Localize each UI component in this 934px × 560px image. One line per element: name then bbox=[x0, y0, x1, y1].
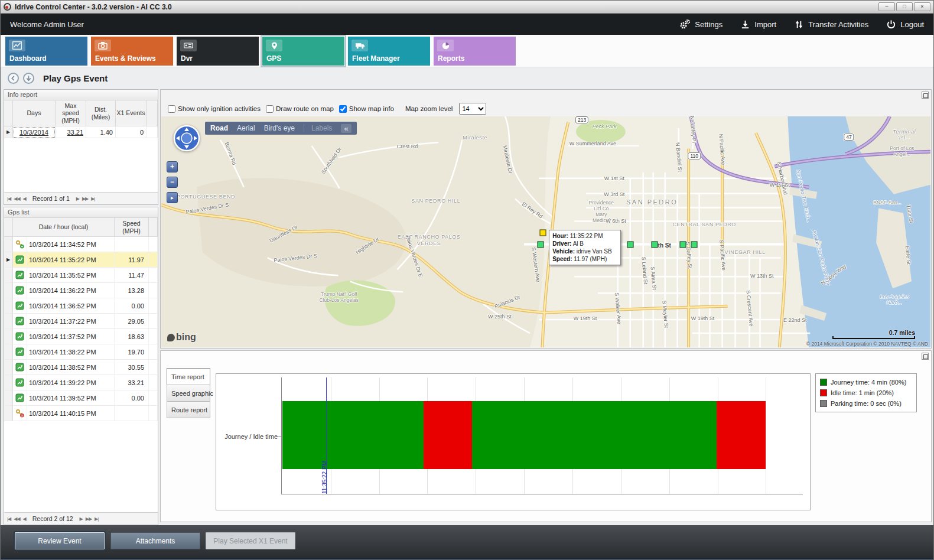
map-view-road[interactable]: Road bbox=[210, 124, 228, 132]
gps-table-body: ▶ 10/3/2014 11:34:52 PM ▶ bbox=[4, 237, 158, 421]
gps-row[interactable]: ▶ 10/3/2014 11:38:52 PM 30.55 bbox=[4, 360, 158, 375]
tab-time-report[interactable]: Time report bbox=[167, 368, 210, 385]
module-tabs: Dashboard Events & Reviews Dvr GPS Fleet… bbox=[1, 35, 933, 67]
checkbox-show-ignition[interactable]: Show only ignition activities bbox=[168, 105, 261, 113]
map-pin-icon bbox=[266, 40, 282, 51]
map-scale-bar: 0.7 miles bbox=[832, 329, 915, 339]
gps-marker[interactable] bbox=[537, 241, 544, 248]
gps-datetime: 10/3/2014 11:36:52 PM bbox=[27, 298, 115, 314]
tab-dashboard[interactable]: Dashboard bbox=[5, 37, 87, 66]
minimize-button[interactable]: – bbox=[878, 2, 895, 11]
tab-reports[interactable]: Reports bbox=[434, 37, 516, 66]
draw-route-checkbox[interactable] bbox=[266, 105, 274, 113]
gps-marker[interactable] bbox=[651, 241, 658, 248]
gps-datetime: 10/3/2014 11:35:52 PM bbox=[27, 268, 115, 283]
checkbox-draw-route[interactable]: Draw route on map bbox=[266, 105, 334, 113]
import-button[interactable]: Import bbox=[740, 19, 776, 30]
logout-button[interactable]: Logout bbox=[886, 19, 924, 30]
column-header-speed[interactable]: Speed (MPH) bbox=[115, 218, 149, 237]
gps-table-header: Date / hour (local) Speed (MPH) bbox=[4, 218, 158, 237]
gps-marker[interactable] bbox=[679, 241, 686, 248]
gps-datetime: 10/3/2014 11:39:52 PM bbox=[27, 390, 115, 406]
legend-swatch bbox=[820, 379, 827, 386]
gps-marker[interactable] bbox=[539, 230, 546, 236]
gps-row[interactable]: ▶ 10/3/2014 11:39:22 PM 33.21 bbox=[4, 375, 158, 390]
checkbox-show-map-info[interactable]: Show map info bbox=[339, 105, 394, 113]
column-header-max-speed[interactable]: Max speed (MPH) bbox=[56, 100, 86, 126]
column-header-datetime[interactable]: Date / hour (local) bbox=[13, 218, 115, 237]
gps-speed: 11.47 bbox=[115, 268, 149, 283]
play-selected-x1-event-button[interactable]: Play Selected X1 Event bbox=[206, 532, 295, 549]
tab-gps[interactable]: GPS bbox=[262, 37, 344, 66]
close-button[interactable]: × bbox=[914, 2, 930, 11]
last-record-button[interactable]: ▶| bbox=[91, 196, 95, 201]
pan-right-button[interactable] bbox=[167, 192, 178, 203]
map-tooltip: Hour: 11:35:22 PM Driver: Al B Vehicle: … bbox=[549, 230, 621, 265]
gps-row[interactable]: ▶ 10/3/2014 11:38:22 PM 19.70 bbox=[4, 344, 158, 360]
column-header-x1-events[interactable]: X1 Events bbox=[116, 100, 147, 126]
chart-row-label: Journey / Idle time bbox=[217, 433, 278, 440]
prev-record-button[interactable]: ◀ bbox=[23, 516, 26, 522]
gps-row[interactable]: ▶ 10/3/2014 11:35:52 PM 11.47 bbox=[4, 268, 158, 283]
first-record-button[interactable]: |◀ bbox=[7, 196, 11, 201]
current-row-indicator: ▶ bbox=[4, 126, 13, 138]
transfer-activities-button[interactable]: Transfer Activities bbox=[794, 19, 868, 30]
map-compass-control[interactable] bbox=[173, 125, 200, 152]
gps-marker[interactable] bbox=[627, 241, 634, 248]
zoom-in-button[interactable] bbox=[167, 161, 178, 172]
maximize-button[interactable]: □ bbox=[896, 2, 913, 11]
tab-events-reviews[interactable]: Events & Reviews bbox=[91, 37, 173, 66]
footer-bar: Review Event Attachments Play Selected X… bbox=[1, 525, 933, 558]
first-record-button[interactable]: |◀ bbox=[7, 516, 11, 522]
gears-icon bbox=[679, 19, 691, 30]
zoom-out-button[interactable] bbox=[167, 177, 178, 188]
next-page-button[interactable]: ▶▶ bbox=[82, 196, 88, 201]
gps-marker[interactable] bbox=[691, 241, 698, 248]
column-header-days[interactable]: Days bbox=[13, 100, 56, 126]
info-table-row[interactable]: ▶ 10/3/2014 33.21 1.40 0 bbox=[4, 126, 158, 138]
truck-icon bbox=[352, 40, 368, 51]
tab-dvr[interactable]: Dvr bbox=[177, 37, 259, 66]
next-record-button[interactable]: ▶ bbox=[80, 516, 83, 522]
back-button[interactable] bbox=[8, 73, 19, 84]
last-record-button[interactable]: ▶| bbox=[95, 516, 98, 522]
map-view-birds-eye[interactable]: Bird's eye bbox=[264, 124, 295, 132]
bing-b-icon bbox=[167, 334, 175, 341]
column-header-dist[interactable]: Dist. (Miles) bbox=[86, 100, 116, 126]
review-event-button[interactable]: Review Event bbox=[15, 532, 105, 549]
gps-row[interactable]: ▶ 10/3/2014 11:36:22 PM 13.28 bbox=[4, 283, 158, 298]
tab-fleet-manager[interactable]: Fleet Manager bbox=[348, 37, 430, 66]
show-ignition-checkbox[interactable] bbox=[168, 105, 175, 113]
toolbar-collapse-button[interactable]: « bbox=[341, 124, 351, 133]
tab-route-report[interactable]: Route report bbox=[167, 401, 210, 418]
collapse-panel-button[interactable] bbox=[922, 92, 929, 99]
tab-speed-graphic[interactable]: Speed graphic bbox=[167, 385, 210, 402]
settings-button[interactable]: Settings bbox=[679, 19, 723, 30]
prev-page-button[interactable]: ◀◀ bbox=[14, 196, 19, 201]
prev-record-button[interactable]: ◀ bbox=[23, 196, 26, 201]
attachments-button[interactable]: Attachments bbox=[110, 532, 200, 549]
show-map-info-checkbox[interactable] bbox=[339, 105, 347, 113]
map-copyright: © 2014 Microsoft Corporation © 2010 NAVT… bbox=[806, 341, 928, 347]
gps-row[interactable]: ▶ 10/3/2014 11:35:22 PM 11.97 bbox=[4, 252, 158, 268]
map-canvas[interactable]: MiralestePeck ParkW Summerland AveCrest … bbox=[161, 116, 930, 347]
next-record-button[interactable]: ▶ bbox=[76, 196, 79, 201]
map-view-labels[interactable]: Labels bbox=[304, 124, 332, 132]
down-button[interactable] bbox=[23, 73, 34, 84]
route-shield: 213 bbox=[575, 116, 588, 123]
collapse-panel-button[interactable] bbox=[922, 353, 929, 360]
days-value[interactable]: 10/3/2014 bbox=[13, 126, 56, 138]
gps-row[interactable]: ▶ 10/3/2014 11:37:52 PM 18.63 bbox=[4, 329, 158, 344]
gps-row[interactable]: ▶ 10/3/2014 11:34:52 PM bbox=[4, 237, 158, 252]
gps-row[interactable]: ▶ 10/3/2014 11:36:52 PM 0.00 bbox=[4, 298, 158, 314]
max-speed-value[interactable]: 33.21 bbox=[56, 126, 86, 138]
gps-row[interactable]: ▶ 10/3/2014 11:37:22 PM 29.05 bbox=[4, 314, 158, 329]
gps-row[interactable]: ▶ 10/3/2014 11:40:15 PM bbox=[4, 406, 158, 421]
map-zoom-select[interactable]: 14 bbox=[459, 103, 486, 115]
gps-record-navigator: |◀ ◀◀ ◀ Record 2 of 12 ▶ ▶▶ ▶| bbox=[4, 512, 158, 525]
map-view-aerial[interactable]: Aerial bbox=[237, 124, 255, 132]
gps-row[interactable]: ▶ 10/3/2014 11:39:52 PM 0.00 bbox=[4, 390, 158, 406]
chart-legend: Journey time: 4 min (80%) Idle time: 1 m… bbox=[815, 373, 917, 412]
prev-page-button[interactable]: ◀◀ bbox=[14, 516, 19, 522]
next-page-button[interactable]: ▶▶ bbox=[86, 516, 92, 522]
